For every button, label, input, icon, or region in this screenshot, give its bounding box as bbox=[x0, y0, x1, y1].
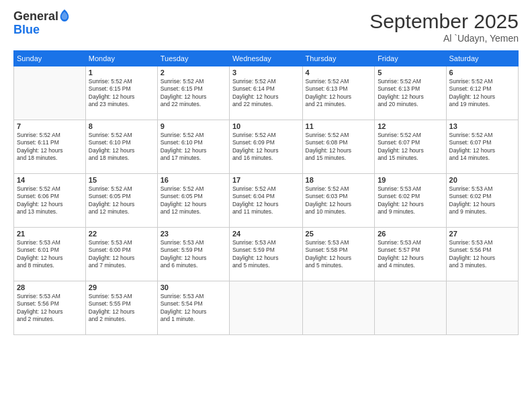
logo-blue: Blue bbox=[13, 23, 40, 36]
day-number: 18 bbox=[306, 176, 372, 184]
day-info: Sunrise: 5:53 AM Sunset: 5:54 PM Dayligh… bbox=[161, 293, 226, 324]
day-info: Sunrise: 5:53 AM Sunset: 6:01 PM Dayligh… bbox=[17, 239, 83, 270]
col-tuesday: Tuesday bbox=[157, 51, 229, 66]
day-number: 15 bbox=[89, 176, 154, 184]
calendar-cell: 4Sunrise: 5:52 AM Sunset: 6:13 PM Daylig… bbox=[302, 66, 375, 120]
day-number: 17 bbox=[232, 176, 300, 184]
calendar-cell: 18Sunrise: 5:52 AM Sunset: 6:03 PM Dayli… bbox=[302, 174, 375, 228]
day-info: Sunrise: 5:52 AM Sunset: 6:13 PM Dayligh… bbox=[378, 78, 443, 109]
calendar-cell: 23Sunrise: 5:53 AM Sunset: 5:59 PM Dayli… bbox=[157, 228, 229, 281]
day-number: 22 bbox=[89, 230, 154, 238]
week-row-4: 21Sunrise: 5:53 AM Sunset: 6:01 PM Dayli… bbox=[14, 228, 519, 281]
logo-text: General Blue bbox=[13, 10, 69, 37]
calendar-cell: 3Sunrise: 5:52 AM Sunset: 6:14 PM Daylig… bbox=[229, 66, 302, 120]
day-info: Sunrise: 5:53 AM Sunset: 5:59 PM Dayligh… bbox=[161, 239, 226, 270]
day-number: 8 bbox=[89, 122, 154, 130]
col-wednesday: Wednesday bbox=[229, 51, 302, 66]
calendar-cell: 9Sunrise: 5:52 AM Sunset: 6:10 PM Daylig… bbox=[157, 120, 229, 174]
day-number: 14 bbox=[17, 176, 83, 184]
day-info: Sunrise: 5:52 AM Sunset: 6:07 PM Dayligh… bbox=[449, 132, 515, 163]
calendar-cell: 14Sunrise: 5:52 AM Sunset: 6:06 PM Dayli… bbox=[14, 174, 86, 228]
location: Al `Udayn, Yemen bbox=[369, 33, 519, 44]
day-info: Sunrise: 5:52 AM Sunset: 6:05 PM Dayligh… bbox=[89, 185, 154, 216]
col-sunday: Sunday bbox=[14, 51, 86, 66]
day-number: 16 bbox=[161, 176, 226, 184]
calendar: Sunday Monday Tuesday Wednesday Thursday… bbox=[13, 50, 519, 335]
day-info: Sunrise: 5:52 AM Sunset: 6:10 PM Dayligh… bbox=[89, 132, 154, 163]
week-row-1: 1Sunrise: 5:52 AM Sunset: 6:15 PM Daylig… bbox=[14, 66, 519, 120]
calendar-cell bbox=[302, 281, 375, 335]
calendar-cell: 12Sunrise: 5:52 AM Sunset: 6:07 PM Dayli… bbox=[375, 120, 446, 174]
day-info: Sunrise: 5:52 AM Sunset: 6:03 PM Dayligh… bbox=[306, 185, 372, 216]
calendar-cell: 15Sunrise: 5:52 AM Sunset: 6:05 PM Dayli… bbox=[85, 174, 157, 228]
day-number: 7 bbox=[17, 122, 83, 130]
day-number: 6 bbox=[449, 68, 515, 77]
day-number: 28 bbox=[17, 283, 83, 291]
week-row-3: 14Sunrise: 5:52 AM Sunset: 6:06 PM Dayli… bbox=[14, 174, 519, 228]
week-row-2: 7Sunrise: 5:52 AM Sunset: 6:11 PM Daylig… bbox=[14, 120, 519, 174]
day-info: Sunrise: 5:53 AM Sunset: 6:02 PM Dayligh… bbox=[449, 185, 515, 216]
col-friday: Friday bbox=[375, 51, 446, 66]
col-thursday: Thursday bbox=[302, 51, 375, 66]
day-info: Sunrise: 5:52 AM Sunset: 6:06 PM Dayligh… bbox=[17, 185, 83, 216]
col-monday: Monday bbox=[85, 51, 157, 66]
day-number: 26 bbox=[378, 230, 443, 238]
day-number: 27 bbox=[449, 230, 515, 238]
day-info: Sunrise: 5:52 AM Sunset: 6:04 PM Dayligh… bbox=[232, 185, 300, 216]
calendar-cell: 6Sunrise: 5:52 AM Sunset: 6:12 PM Daylig… bbox=[446, 66, 518, 120]
day-number: 29 bbox=[89, 283, 154, 291]
day-info: Sunrise: 5:53 AM Sunset: 5:58 PM Dayligh… bbox=[306, 239, 372, 270]
logo-general: General bbox=[13, 9, 58, 23]
day-info: Sunrise: 5:53 AM Sunset: 5:59 PM Dayligh… bbox=[232, 239, 300, 270]
day-info: Sunrise: 5:53 AM Sunset: 6:02 PM Dayligh… bbox=[378, 185, 443, 216]
calendar-cell: 5Sunrise: 5:52 AM Sunset: 6:13 PM Daylig… bbox=[375, 66, 446, 120]
day-number: 11 bbox=[306, 122, 372, 130]
header: General Blue September 2025 Al `Udayn, Y… bbox=[13, 10, 519, 44]
day-info: Sunrise: 5:52 AM Sunset: 6:15 PM Dayligh… bbox=[161, 78, 226, 109]
week-row-5: 28Sunrise: 5:53 AM Sunset: 5:56 PM Dayli… bbox=[14, 281, 519, 335]
calendar-cell: 27Sunrise: 5:53 AM Sunset: 5:56 PM Dayli… bbox=[446, 228, 518, 281]
day-info: Sunrise: 5:53 AM Sunset: 5:56 PM Dayligh… bbox=[17, 293, 83, 324]
day-number: 3 bbox=[232, 68, 300, 77]
day-info: Sunrise: 5:53 AM Sunset: 5:57 PM Dayligh… bbox=[378, 239, 443, 270]
day-info: Sunrise: 5:52 AM Sunset: 6:08 PM Dayligh… bbox=[306, 132, 372, 163]
day-info: Sunrise: 5:52 AM Sunset: 6:13 PM Dayligh… bbox=[306, 78, 372, 109]
calendar-cell: 16Sunrise: 5:52 AM Sunset: 6:05 PM Dayli… bbox=[157, 174, 229, 228]
page: General Blue September 2025 Al `Udayn, Y… bbox=[0, 0, 532, 411]
calendar-cell bbox=[229, 281, 302, 335]
calendar-header-row: Sunday Monday Tuesday Wednesday Thursday… bbox=[14, 51, 519, 66]
day-number: 20 bbox=[449, 176, 515, 184]
calendar-cell: 26Sunrise: 5:53 AM Sunset: 5:57 PM Dayli… bbox=[375, 228, 446, 281]
logo: General Blue bbox=[13, 10, 69, 37]
calendar-cell: 13Sunrise: 5:52 AM Sunset: 6:07 PM Dayli… bbox=[446, 120, 518, 174]
day-info: Sunrise: 5:52 AM Sunset: 6:09 PM Dayligh… bbox=[232, 132, 300, 163]
day-info: Sunrise: 5:53 AM Sunset: 5:56 PM Dayligh… bbox=[449, 239, 515, 270]
day-number: 30 bbox=[161, 283, 226, 291]
day-number: 24 bbox=[232, 230, 300, 238]
day-info: Sunrise: 5:52 AM Sunset: 6:07 PM Dayligh… bbox=[378, 132, 443, 163]
day-number: 10 bbox=[232, 122, 300, 130]
calendar-cell bbox=[446, 281, 518, 335]
calendar-cell: 24Sunrise: 5:53 AM Sunset: 5:59 PM Dayli… bbox=[229, 228, 302, 281]
day-number: 4 bbox=[306, 68, 372, 77]
day-number: 19 bbox=[378, 176, 443, 184]
day-info: Sunrise: 5:53 AM Sunset: 6:00 PM Dayligh… bbox=[89, 239, 154, 270]
day-info: Sunrise: 5:52 AM Sunset: 6:14 PM Dayligh… bbox=[232, 78, 300, 109]
calendar-cell: 29Sunrise: 5:53 AM Sunset: 5:55 PM Dayli… bbox=[85, 281, 157, 335]
logo-icon bbox=[60, 9, 69, 21]
calendar-cell: 25Sunrise: 5:53 AM Sunset: 5:58 PM Dayli… bbox=[302, 228, 375, 281]
calendar-cell: 28Sunrise: 5:53 AM Sunset: 5:56 PM Dayli… bbox=[14, 281, 86, 335]
day-number: 1 bbox=[89, 68, 154, 77]
calendar-cell bbox=[375, 281, 446, 335]
day-number: 21 bbox=[17, 230, 83, 238]
day-number: 25 bbox=[306, 230, 372, 238]
day-number: 5 bbox=[378, 68, 443, 77]
day-number: 23 bbox=[161, 230, 226, 238]
day-info: Sunrise: 5:52 AM Sunset: 6:15 PM Dayligh… bbox=[89, 78, 154, 109]
day-info: Sunrise: 5:52 AM Sunset: 6:12 PM Dayligh… bbox=[449, 78, 515, 109]
calendar-cell: 1Sunrise: 5:52 AM Sunset: 6:15 PM Daylig… bbox=[85, 66, 157, 120]
day-number: 12 bbox=[378, 122, 443, 130]
month-title: September 2025 bbox=[369, 10, 519, 33]
calendar-cell: 11Sunrise: 5:52 AM Sunset: 6:08 PM Dayli… bbox=[302, 120, 375, 174]
calendar-cell: 7Sunrise: 5:52 AM Sunset: 6:11 PM Daylig… bbox=[14, 120, 86, 174]
